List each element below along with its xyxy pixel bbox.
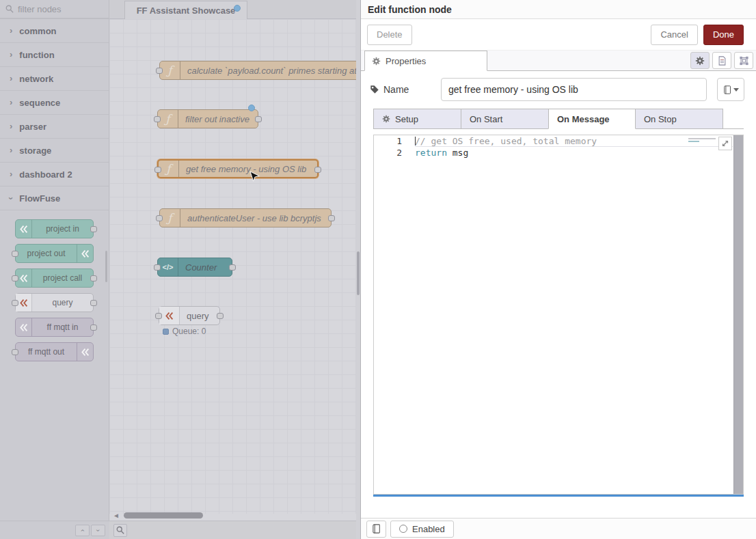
node-calculate-primes[interactable]: ƒ calculate `payload.count` primes start… [159, 61, 356, 80]
expand-all-button[interactable]: › [91, 525, 105, 536]
input-port[interactable] [154, 264, 161, 271]
output-port[interactable] [255, 116, 262, 122]
book-icon [723, 85, 731, 94]
node-authenticate-user[interactable]: ƒ authenticateUser - use lib bcryptjs [159, 208, 332, 227]
palette-scrollbar[interactable] [105, 251, 107, 282]
scroll-left-arrow[interactable]: ◄ [113, 512, 120, 519]
node-changed-dot [248, 105, 255, 111]
palette-category-sequence[interactable]: ›sequence [0, 91, 109, 115]
output-port[interactable] [90, 275, 97, 281]
node-filter-out-inactive[interactable]: ƒ filter out inactive [157, 109, 258, 128]
editor-code-area[interactable]: // get OS free, used, total memory retur… [415, 135, 733, 494]
input-port[interactable] [154, 167, 161, 173]
category-label: network [19, 74, 53, 84]
palette-category-parser[interactable]: ›parser [0, 115, 109, 139]
output-port[interactable] [314, 167, 321, 173]
name-input[interactable] [441, 78, 707, 101]
palette-node-label: ff mqtt in [32, 322, 93, 332]
tab-properties-label: Properties [386, 56, 426, 66]
output-port[interactable] [229, 264, 236, 271]
flow-canvas-grid[interactable]: ƒ calculate `payload.count` primes start… [109, 19, 356, 514]
collapse-all-button[interactable]: › [75, 525, 90, 536]
palette-category-storage[interactable]: ›storage [0, 139, 109, 163]
description-button[interactable] [712, 52, 731, 69]
tab-properties[interactable]: Properties [364, 51, 487, 71]
palette-category-function[interactable]: ›function [0, 43, 109, 67]
tab-on-message[interactable]: On Message [548, 109, 636, 129]
output-port[interactable] [328, 215, 335, 221]
category-label: function [19, 50, 54, 60]
function-editor-tabs: Setup On Start On Message On Stop [373, 109, 744, 129]
filter-nodes-input[interactable] [18, 4, 93, 14]
tab-setup[interactable]: Setup [373, 109, 461, 129]
palette-node-project-in[interactable]: project in [15, 219, 94, 238]
appearance-button[interactable] [734, 52, 753, 69]
workspace-footer [109, 521, 356, 539]
chevron-right-icon: › [10, 25, 12, 36]
node-red-editor: ›common ›function ›network ›sequence ›pa… [0, 0, 756, 539]
node-get-free-memory[interactable]: ƒ get free memory - using OS lib [157, 159, 319, 178]
input-port[interactable] [12, 275, 18, 281]
node-label: Counter [178, 262, 224, 273]
tray-tab-bar: Properties [361, 51, 756, 71]
input-port[interactable] [156, 215, 163, 221]
properties-gear-button[interactable] [690, 52, 710, 69]
delete-button[interactable]: Delete [367, 25, 412, 45]
output-port[interactable] [90, 226, 97, 232]
palette-category-dashboard2[interactable]: ›dashboard 2 [0, 163, 109, 186]
palette-category-common[interactable]: ›common [0, 19, 109, 43]
palette-node-query[interactable]: query [15, 293, 94, 312]
line-number: 1 [374, 135, 411, 147]
palette-node-project-out[interactable]: project out [15, 244, 94, 263]
gear-icon [382, 115, 390, 123]
input-port[interactable] [12, 251, 18, 257]
gear-icon [695, 56, 705, 66]
status-text: Queue: 0 [172, 327, 206, 336]
palette-category-network[interactable]: ›network [0, 67, 109, 91]
tab-on-start[interactable]: On Start [461, 109, 548, 129]
input-port[interactable] [12, 349, 18, 355]
library-button[interactable] [366, 521, 386, 538]
output-port[interactable] [90, 300, 97, 306]
output-port[interactable] [217, 313, 224, 319]
library-dropdown-button[interactable] [717, 78, 744, 101]
palette-search[interactable] [0, 0, 109, 19]
splitter-thumb[interactable] [357, 251, 360, 295]
name-label-text: Name [383, 84, 409, 95]
scrollbar-thumb[interactable] [124, 512, 203, 519]
cancel-button[interactable]: Cancel [651, 25, 697, 45]
palette-category-flowfuse[interactable]: ›FlowFuse [0, 186, 109, 210]
node-query[interactable]: query [159, 306, 220, 325]
input-port[interactable] [154, 116, 161, 122]
code-editor[interactable]: 1 2 // get OS free, used, total memory r… [373, 135, 744, 495]
done-button[interactable]: Done [703, 25, 744, 45]
input-port[interactable] [155, 313, 162, 319]
caret-down-icon [733, 88, 739, 92]
status-dot [163, 329, 169, 335]
flow-changed-dot [234, 5, 241, 12]
enabled-toggle-button[interactable]: Enabled [390, 521, 454, 538]
palette-node-project-call[interactable]: project call [15, 268, 94, 288]
search-flows-button[interactable] [113, 524, 127, 537]
expand-editor-button[interactable] [718, 137, 732, 150]
flow-workspace[interactable]: ƒ calculate `payload.count` primes start… [109, 0, 356, 539]
tab-on-stop[interactable]: On Stop [636, 109, 723, 129]
node-label: query [180, 311, 216, 321]
tab-label: Setup [395, 114, 418, 124]
palette-node-label: project out [16, 249, 77, 258]
palette-node-ff-mqtt-in[interactable]: ff mqtt in [15, 318, 94, 337]
input-port[interactable] [12, 300, 18, 306]
gear-icon [372, 57, 381, 66]
code-token: msg [447, 148, 468, 158]
enabled-label: Enabled [412, 524, 445, 534]
flowfuse-icon [159, 307, 180, 324]
tray-toolbar: Delete Cancel Done [361, 19, 756, 51]
editor-scrollbar[interactable] [733, 135, 743, 494]
palette-node-ff-mqtt-out[interactable]: ff mqtt out [15, 342, 94, 361]
horizontal-scrollbar[interactable]: ◄ [109, 511, 356, 520]
flow-tab[interactable]: FF Assistant Showcase [124, 1, 247, 19]
input-port[interactable] [156, 68, 163, 74]
node-counter[interactable]: </> Counter [157, 258, 232, 277]
output-port[interactable] [90, 324, 97, 331]
editor-resize-handle[interactable] [373, 495, 744, 497]
